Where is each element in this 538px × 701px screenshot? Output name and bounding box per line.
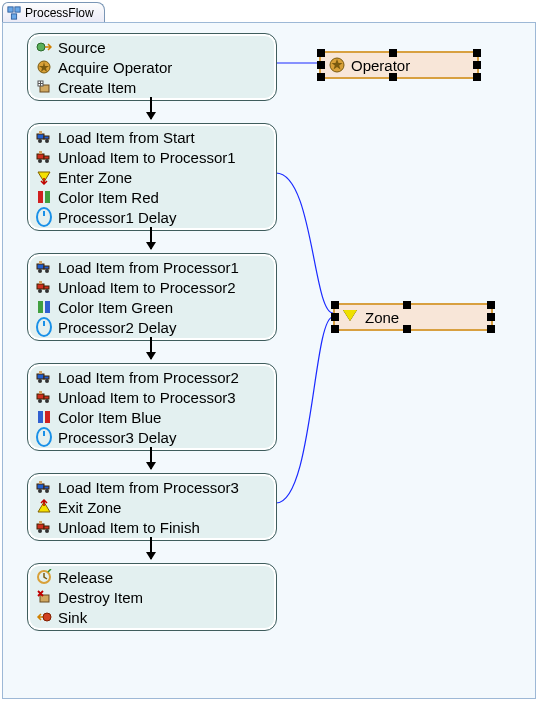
delay-icon	[36, 319, 52, 335]
activity-block[interactable]: Load Item from Processor2Unload Item to …	[27, 363, 277, 451]
create-icon	[36, 79, 52, 95]
svg-rect-35	[39, 371, 42, 374]
svg-rect-19	[37, 264, 44, 269]
svg-point-21	[38, 269, 42, 273]
svg-point-51	[45, 529, 49, 533]
acquire-icon	[36, 59, 52, 75]
activity-block[interactable]: Load Item from Processor1Unload Item to …	[27, 253, 277, 341]
svg-point-22	[45, 269, 49, 273]
svg-point-26	[38, 289, 42, 293]
svg-point-27	[45, 289, 49, 293]
svg-rect-41	[38, 411, 43, 423]
activity-color-blue[interactable]: Color Item Blue	[28, 407, 276, 427]
activity-label: Unload Item to Finish	[58, 519, 200, 536]
svg-point-3	[37, 43, 45, 51]
svg-rect-23	[39, 261, 42, 264]
svg-point-38	[38, 399, 42, 403]
activity-acquire[interactable]: Acquire Operator	[28, 57, 276, 77]
activity-color-red[interactable]: Color Item Red	[28, 187, 276, 207]
operator-icon	[329, 57, 345, 73]
svg-point-33	[38, 379, 42, 383]
activity-unload[interactable]: Unload Item to Processor3	[28, 387, 276, 407]
activity-label: Acquire Operator	[58, 59, 172, 76]
destroy-icon	[36, 589, 52, 605]
resource-label: Zone	[365, 309, 399, 326]
activity-exit[interactable]: Exit Zone	[28, 497, 276, 517]
svg-point-50	[38, 529, 42, 533]
activity-delay[interactable]: Processor3 Delay	[28, 427, 276, 447]
unload-icon	[36, 389, 52, 405]
svg-rect-1	[15, 7, 20, 12]
processflow-icon	[7, 6, 21, 20]
activity-load[interactable]: Load Item from Start	[28, 127, 276, 147]
svg-rect-36	[37, 394, 44, 399]
activity-load[interactable]: Load Item from Processor1	[28, 257, 276, 277]
activity-color-green[interactable]: Color Item Green	[28, 297, 276, 317]
svg-rect-2	[11, 14, 16, 19]
activity-unload[interactable]: Unload Item to Processor1	[28, 147, 276, 167]
load-icon	[36, 369, 52, 385]
svg-rect-37	[44, 396, 49, 399]
svg-rect-52	[39, 521, 42, 524]
activity-delay[interactable]: Processor2 Delay	[28, 317, 276, 337]
activity-label: Load Item from Processor3	[58, 479, 239, 496]
svg-rect-0	[8, 7, 13, 12]
activity-label: Release	[58, 569, 113, 586]
activity-label: Load Item from Processor1	[58, 259, 239, 276]
flow-arrow	[150, 537, 152, 559]
activity-unload[interactable]: Unload Item to Processor2	[28, 277, 276, 297]
svg-rect-17	[38, 191, 43, 203]
activity-destroy[interactable]: Destroy Item	[28, 587, 276, 607]
unload-icon	[36, 519, 52, 535]
activity-label: Create Item	[58, 79, 136, 96]
svg-rect-11	[39, 131, 42, 134]
svg-rect-29	[38, 301, 43, 313]
svg-rect-12	[37, 154, 44, 159]
enter-icon	[36, 169, 52, 185]
exit-icon	[36, 499, 52, 515]
activity-label: Load Item from Start	[58, 129, 195, 146]
activity-block[interactable]: Load Item from StartUnload Item to Proce…	[27, 123, 277, 231]
color-red-icon	[36, 189, 52, 205]
activity-label: Color Item Green	[58, 299, 173, 316]
flow-arrow	[150, 227, 152, 249]
svg-rect-47	[39, 481, 42, 484]
resource-operator[interactable]: Operator	[319, 51, 479, 79]
activity-label: Processor1 Delay	[58, 209, 176, 226]
svg-rect-40	[39, 391, 42, 394]
svg-point-55	[43, 613, 51, 621]
activity-enter[interactable]: Enter Zone	[28, 167, 276, 187]
svg-rect-18	[45, 191, 50, 203]
activity-source[interactable]: Source	[28, 37, 276, 57]
activity-unload[interactable]: Unload Item to Finish	[28, 517, 276, 537]
activity-delay[interactable]: Processor1 Delay	[28, 207, 276, 227]
activity-create[interactable]: Create Item	[28, 77, 276, 97]
svg-rect-28	[39, 281, 42, 284]
activity-label: Color Item Blue	[58, 409, 161, 426]
flow-arrow	[150, 337, 152, 359]
activity-label: Destroy Item	[58, 589, 143, 606]
tab-processflow[interactable]: ProcessFlow	[2, 2, 105, 23]
activity-release[interactable]: Release	[28, 567, 276, 587]
activity-load[interactable]: Load Item from Processor3	[28, 477, 276, 497]
activity-label: Color Item Red	[58, 189, 159, 206]
svg-rect-43	[37, 484, 44, 489]
svg-rect-16	[39, 151, 42, 154]
resource-zone[interactable]: Zone	[333, 303, 493, 331]
svg-rect-31	[37, 374, 44, 379]
activity-label: Unload Item to Processor1	[58, 149, 236, 166]
zone-icon	[343, 309, 359, 325]
activity-block[interactable]: ReleaseDestroy ItemSink	[27, 563, 277, 631]
tab-label: ProcessFlow	[25, 6, 94, 20]
activity-block[interactable]: SourceAcquire OperatorCreate Item	[27, 33, 277, 101]
activity-load[interactable]: Load Item from Processor2	[28, 367, 276, 387]
activity-sink[interactable]: Sink	[28, 607, 276, 627]
load-icon	[36, 479, 52, 495]
svg-rect-8	[44, 136, 49, 139]
activity-block[interactable]: Load Item from Processor3Exit ZoneUnload…	[27, 473, 277, 541]
activity-label: Unload Item to Processor2	[58, 279, 236, 296]
svg-point-39	[45, 399, 49, 403]
activity-label: Processor3 Delay	[58, 429, 176, 446]
svg-rect-49	[44, 526, 49, 529]
canvas[interactable]: SourceAcquire OperatorCreate ItemLoad It…	[2, 22, 536, 699]
